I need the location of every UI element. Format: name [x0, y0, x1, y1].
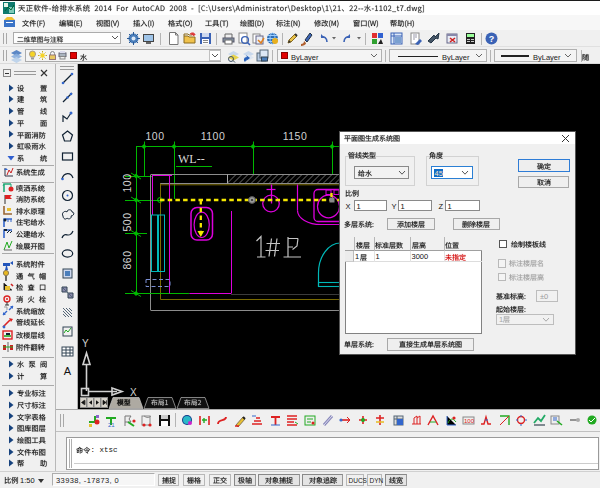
svg-text:100: 100	[464, 418, 475, 424]
svg-text:21: 21	[108, 422, 115, 428]
